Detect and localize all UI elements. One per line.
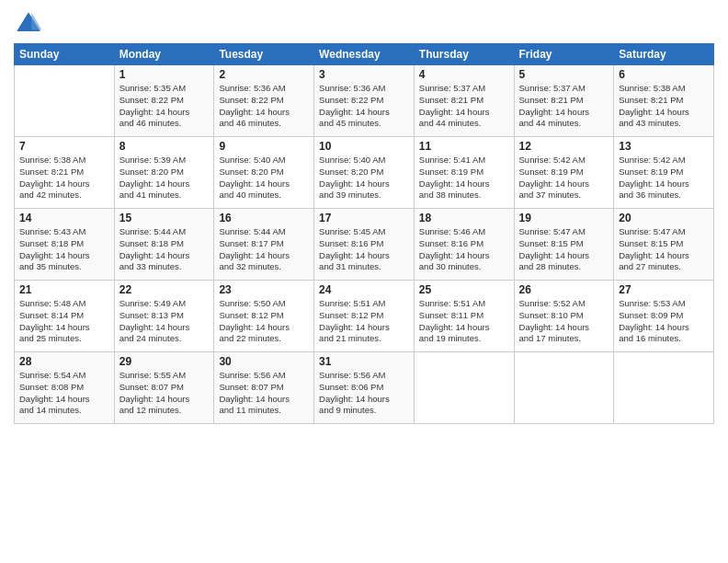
calendar-cell: 30Sunrise: 5:56 AM Sunset: 8:07 PM Dayli… (214, 352, 314, 424)
header (14, 9, 714, 39)
calendar-cell: 31Sunrise: 5:56 AM Sunset: 8:06 PM Dayli… (314, 352, 415, 424)
day-info: Sunrise: 5:42 AM Sunset: 8:19 PM Dayligh… (619, 155, 709, 201)
calendar-week-4: 21Sunrise: 5:48 AM Sunset: 8:14 PM Dayli… (15, 281, 714, 352)
logo (14, 9, 47, 39)
calendar-cell (514, 352, 614, 424)
day-number: 31 (319, 355, 409, 368)
day-info: Sunrise: 5:42 AM Sunset: 8:19 PM Dayligh… (519, 155, 609, 201)
calendar-cell (15, 65, 115, 137)
calendar-cell: 15Sunrise: 5:44 AM Sunset: 8:18 PM Dayli… (114, 209, 214, 281)
day-info: Sunrise: 5:49 AM Sunset: 8:13 PM Dayligh… (119, 298, 210, 345)
day-number: 26 (519, 283, 609, 296)
day-info: Sunrise: 5:38 AM Sunset: 8:21 PM Dayligh… (619, 83, 709, 130)
day-number: 8 (119, 140, 210, 153)
calendar-week-2: 7Sunrise: 5:38 AM Sunset: 8:21 PM Daylig… (15, 137, 714, 209)
day-number: 11 (419, 140, 509, 153)
day-number: 1 (119, 68, 210, 81)
calendar-cell: 5Sunrise: 5:37 AM Sunset: 8:21 PM Daylig… (514, 65, 614, 137)
calendar-cell: 29Sunrise: 5:55 AM Sunset: 8:07 PM Dayli… (114, 352, 214, 424)
day-number: 14 (19, 212, 109, 224)
day-number: 16 (219, 212, 309, 224)
calendar-cell: 1Sunrise: 5:35 AM Sunset: 8:22 PM Daylig… (114, 65, 214, 137)
weekday-header-saturday: Saturday (614, 44, 714, 65)
weekday-header-wednesday: Wednesday (314, 44, 415, 65)
calendar-cell: 18Sunrise: 5:46 AM Sunset: 8:16 PM Dayli… (414, 209, 514, 281)
calendar-week-5: 28Sunrise: 5:54 AM Sunset: 8:08 PM Dayli… (15, 352, 714, 424)
day-info: Sunrise: 5:36 AM Sunset: 8:22 PM Dayligh… (319, 83, 409, 130)
weekday-header-friday: Friday (514, 44, 614, 65)
day-info: Sunrise: 5:51 AM Sunset: 8:12 PM Dayligh… (319, 298, 409, 345)
day-number: 20 (619, 212, 709, 224)
day-number: 28 (19, 355, 109, 368)
calendar-cell (414, 352, 514, 424)
calendar-cell: 28Sunrise: 5:54 AM Sunset: 8:08 PM Dayli… (15, 352, 115, 424)
calendar-cell: 22Sunrise: 5:49 AM Sunset: 8:13 PM Dayli… (114, 281, 214, 352)
day-info: Sunrise: 5:40 AM Sunset: 8:20 PM Dayligh… (219, 155, 309, 201)
logo-icon (14, 9, 43, 39)
day-info: Sunrise: 5:53 AM Sunset: 8:09 PM Dayligh… (619, 298, 709, 345)
day-info: Sunrise: 5:52 AM Sunset: 8:10 PM Dayligh… (519, 298, 609, 345)
day-info: Sunrise: 5:44 AM Sunset: 8:18 PM Dayligh… (119, 226, 210, 273)
weekday-header-monday: Monday (114, 44, 214, 65)
calendar-cell (614, 352, 714, 424)
day-info: Sunrise: 5:38 AM Sunset: 8:21 PM Dayligh… (19, 155, 109, 201)
day-info: Sunrise: 5:47 AM Sunset: 8:15 PM Dayligh… (619, 226, 709, 273)
day-number: 18 (419, 212, 509, 224)
day-info: Sunrise: 5:44 AM Sunset: 8:17 PM Dayligh… (219, 226, 309, 273)
svg-marker-1 (31, 12, 41, 29)
day-number: 15 (119, 212, 210, 224)
day-number: 24 (319, 283, 409, 296)
calendar-week-3: 14Sunrise: 5:43 AM Sunset: 8:18 PM Dayli… (15, 209, 714, 281)
day-info: Sunrise: 5:56 AM Sunset: 8:06 PM Dayligh… (319, 370, 409, 417)
calendar-cell: 27Sunrise: 5:53 AM Sunset: 8:09 PM Dayli… (614, 281, 714, 352)
day-number: 22 (119, 283, 210, 296)
calendar-cell: 17Sunrise: 5:45 AM Sunset: 8:16 PM Dayli… (314, 209, 415, 281)
weekday-header-thursday: Thursday (414, 44, 514, 65)
calendar-cell: 19Sunrise: 5:47 AM Sunset: 8:15 PM Dayli… (514, 209, 614, 281)
calendar-cell: 13Sunrise: 5:42 AM Sunset: 8:19 PM Dayli… (614, 137, 714, 209)
day-number: 21 (19, 283, 109, 296)
calendar-cell: 23Sunrise: 5:50 AM Sunset: 8:12 PM Dayli… (214, 281, 314, 352)
day-info: Sunrise: 5:56 AM Sunset: 8:07 PM Dayligh… (219, 370, 309, 417)
day-number: 13 (619, 140, 709, 153)
calendar-cell: 11Sunrise: 5:41 AM Sunset: 8:19 PM Dayli… (414, 137, 514, 209)
day-number: 12 (519, 140, 609, 153)
day-info: Sunrise: 5:45 AM Sunset: 8:16 PM Dayligh… (319, 226, 409, 273)
day-number: 5 (519, 68, 609, 81)
calendar-table: SundayMondayTuesdayWednesdayThursdayFrid… (14, 43, 714, 424)
day-number: 25 (419, 283, 509, 296)
calendar-cell: 20Sunrise: 5:47 AM Sunset: 8:15 PM Dayli… (614, 209, 714, 281)
day-number: 7 (19, 140, 109, 153)
calendar-week-1: 1Sunrise: 5:35 AM Sunset: 8:22 PM Daylig… (15, 65, 714, 137)
day-info: Sunrise: 5:47 AM Sunset: 8:15 PM Dayligh… (519, 226, 609, 273)
day-info: Sunrise: 5:54 AM Sunset: 8:08 PM Dayligh… (19, 370, 109, 417)
calendar-cell: 4Sunrise: 5:37 AM Sunset: 8:21 PM Daylig… (414, 65, 514, 137)
day-number: 9 (219, 140, 309, 153)
calendar-cell: 6Sunrise: 5:38 AM Sunset: 8:21 PM Daylig… (614, 65, 714, 137)
main-container: SundayMondayTuesdayWednesdayThursdayFrid… (0, 0, 728, 429)
day-number: 29 (119, 355, 210, 368)
calendar-cell: 14Sunrise: 5:43 AM Sunset: 8:18 PM Dayli… (15, 209, 115, 281)
day-info: Sunrise: 5:48 AM Sunset: 8:14 PM Dayligh… (19, 298, 109, 345)
calendar-header-row: SundayMondayTuesdayWednesdayThursdayFrid… (15, 44, 714, 65)
calendar-cell: 10Sunrise: 5:40 AM Sunset: 8:20 PM Dayli… (314, 137, 415, 209)
calendar-cell: 21Sunrise: 5:48 AM Sunset: 8:14 PM Dayli… (15, 281, 115, 352)
calendar-cell: 7Sunrise: 5:38 AM Sunset: 8:21 PM Daylig… (15, 137, 115, 209)
day-info: Sunrise: 5:41 AM Sunset: 8:19 PM Dayligh… (419, 155, 509, 201)
weekday-header-tuesday: Tuesday (214, 44, 314, 65)
day-number: 6 (619, 68, 709, 81)
day-number: 4 (419, 68, 509, 81)
calendar-cell: 26Sunrise: 5:52 AM Sunset: 8:10 PM Dayli… (514, 281, 614, 352)
calendar-cell: 9Sunrise: 5:40 AM Sunset: 8:20 PM Daylig… (214, 137, 314, 209)
day-info: Sunrise: 5:40 AM Sunset: 8:20 PM Dayligh… (319, 155, 409, 201)
calendar-cell: 12Sunrise: 5:42 AM Sunset: 8:19 PM Dayli… (514, 137, 614, 209)
day-number: 30 (219, 355, 309, 368)
day-number: 27 (619, 283, 709, 296)
day-info: Sunrise: 5:35 AM Sunset: 8:22 PM Dayligh… (119, 83, 210, 130)
calendar-cell: 8Sunrise: 5:39 AM Sunset: 8:20 PM Daylig… (114, 137, 214, 209)
day-info: Sunrise: 5:51 AM Sunset: 8:11 PM Dayligh… (419, 298, 509, 345)
day-info: Sunrise: 5:55 AM Sunset: 8:07 PM Dayligh… (119, 370, 210, 417)
calendar-cell: 16Sunrise: 5:44 AM Sunset: 8:17 PM Dayli… (214, 209, 314, 281)
calendar-cell: 2Sunrise: 5:36 AM Sunset: 8:22 PM Daylig… (214, 65, 314, 137)
day-number: 3 (319, 68, 409, 81)
